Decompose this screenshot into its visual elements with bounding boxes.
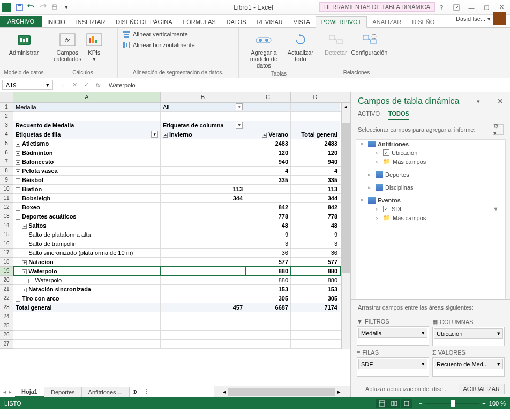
save-button[interactable] [14, 2, 25, 13]
filter-button[interactable]: ▾ [151, 131, 158, 138]
cell[interactable] [161, 331, 245, 339]
cell[interactable]: +Natación [13, 258, 161, 266]
row-header[interactable]: 3 [0, 121, 13, 130]
table-row[interactable]: Salto de plataforma alta99 [13, 230, 341, 239]
name-box[interactable]: A19▾ [2, 80, 53, 90]
cell[interactable]: 9 [291, 230, 340, 239]
cell[interactable]: 335 [291, 176, 340, 184]
cell[interactable] [161, 239, 245, 248]
field-ubicacion[interactable]: ▹✓Ubicación [361, 148, 501, 157]
tab-design[interactable]: DISEÑO [407, 17, 440, 27]
cell[interactable] [245, 121, 291, 130]
expand-icon[interactable]: + [16, 178, 20, 183]
cell[interactable]: 880 [291, 276, 340, 284]
cell[interactable]: Total general [13, 303, 161, 312]
cell[interactable] [161, 267, 245, 275]
cell[interactable] [161, 258, 245, 266]
expand-icon[interactable]: + [16, 206, 20, 211]
pane-tab-active[interactable]: ACTIVO [358, 110, 380, 120]
row-header[interactable]: 14 [0, 221, 13, 230]
cell[interactable]: +Verano [245, 130, 291, 139]
row-header[interactable]: 5 [0, 139, 13, 148]
table-row[interactable]: Salto de trampolín33 [13, 239, 341, 249]
table-row[interactable]: +Bobsleigh344344 [13, 194, 341, 203]
table-row[interactable]: +Biatlón113113 [13, 185, 341, 194]
row-header[interactable]: 21 [0, 285, 13, 294]
row-header[interactable]: 22 [0, 294, 13, 303]
cell[interactable] [245, 112, 291, 121]
field-sde[interactable]: ▹✓SDE▼ [361, 205, 501, 213]
cell[interactable] [291, 112, 340, 121]
cell[interactable] [161, 294, 245, 303]
cell[interactable] [161, 158, 245, 166]
cell[interactable]: Etiquetas de columna▾ [161, 121, 245, 130]
filters-drop[interactable]: Medalla▾ [357, 326, 429, 346]
row-header[interactable]: 4 [0, 130, 13, 139]
row-header[interactable]: 6 [0, 148, 13, 158]
filter-button[interactable]: ▾ [236, 103, 243, 110]
detect-button[interactable]: Detectar [322, 29, 349, 58]
cell[interactable]: 4 [245, 167, 291, 175]
table-row[interactable]: +Waterpolo880880 [13, 267, 341, 276]
cell[interactable]: +Pelota vasca [13, 167, 161, 175]
table-row[interactable] [13, 112, 341, 121]
calc-fields-button[interactable]: fx Campos calculados [51, 29, 84, 64]
cell[interactable]: −Saltos [13, 221, 161, 230]
field-deportes[interactable]: ▹Deportes [361, 170, 501, 179]
field-disciplinas[interactable]: ▹Disciplinas [361, 183, 501, 192]
add-to-model-button[interactable]: Agregar a modelo de datos [242, 29, 286, 71]
cell[interactable]: 778 [245, 212, 291, 221]
cancel-formula-button[interactable]: ⋮ [57, 80, 68, 91]
row-header[interactable]: 9 [0, 176, 13, 185]
row-header[interactable]: 20 [0, 276, 13, 285]
align-vertical-button[interactable]: Alinear verticalmente [121, 29, 235, 40]
cell[interactable]: 3 [291, 239, 340, 248]
tab-review[interactable]: REVISAR [252, 17, 288, 27]
row-header[interactable]: 1 [0, 103, 13, 112]
cell[interactable]: Recuento de Medalla [13, 121, 161, 130]
field-mas-campos-1[interactable]: ▹📁Más campos [361, 157, 501, 166]
field-eventos[interactable]: ▿Eventos [361, 196, 501, 205]
table-row[interactable]: +Baloncesto940940 [13, 158, 341, 167]
expand-icon[interactable]: + [22, 288, 27, 292]
tab-page-layout[interactable]: DISEÑO DE PÁGINA [110, 17, 177, 27]
zoom-slider[interactable] [425, 403, 479, 404]
area-item[interactable]: Medalla▾ [358, 328, 428, 338]
cell[interactable] [245, 185, 291, 193]
update-all-button[interactable]: Actualizar todo [286, 29, 316, 71]
cell[interactable]: 577 [291, 258, 340, 266]
manage-button[interactable]: Administrar [3, 29, 44, 58]
tab-home[interactable]: INICIO [42, 17, 71, 27]
cell[interactable]: +Natación sincronizada [13, 285, 161, 294]
checkbox-checked-icon[interactable]: ✓ [383, 149, 389, 156]
cell[interactable]: 2483 [291, 139, 340, 148]
align-horizontal-button[interactable]: Alinear horizontalmente [121, 40, 235, 50]
cell[interactable] [161, 139, 245, 148]
cell[interactable] [161, 112, 245, 121]
cell[interactable]: 880 [245, 267, 291, 275]
expand-icon[interactable]: + [16, 142, 20, 147]
cell[interactable] [13, 331, 161, 339]
cell[interactable] [161, 203, 245, 212]
row-header[interactable]: 10 [0, 185, 13, 194]
cell[interactable]: +Invierno [161, 130, 245, 139]
cell[interactable]: Medalla [13, 103, 161, 111]
expand-icon[interactable]: + [16, 197, 20, 201]
tab-formulas[interactable]: FÓRMULAS [178, 17, 221, 27]
row-header[interactable]: 19 [0, 267, 13, 276]
col-header-c[interactable]: C [245, 92, 291, 102]
cell[interactable]: 6687 [245, 303, 291, 312]
table-row[interactable]: −Waterpolo880880 [13, 276, 341, 285]
cell[interactable]: 577 [245, 258, 291, 266]
cell[interactable]: 113 [161, 185, 245, 193]
row-header[interactable]: 13 [0, 212, 13, 221]
cell[interactable]: All▾ [161, 103, 245, 111]
table-row[interactable]: +Natación577577 [13, 258, 341, 267]
field-anfitriones[interactable]: ▿Anfitriones [361, 140, 501, 148]
sheet-tab-deportes[interactable]: Deportes [44, 387, 82, 397]
cell[interactable]: +Boxeo [13, 203, 161, 212]
cell[interactable] [245, 312, 291, 321]
cell[interactable] [161, 221, 245, 230]
row-header[interactable]: 25 [0, 321, 13, 331]
tab-insert[interactable]: INSERTAR [71, 17, 111, 27]
